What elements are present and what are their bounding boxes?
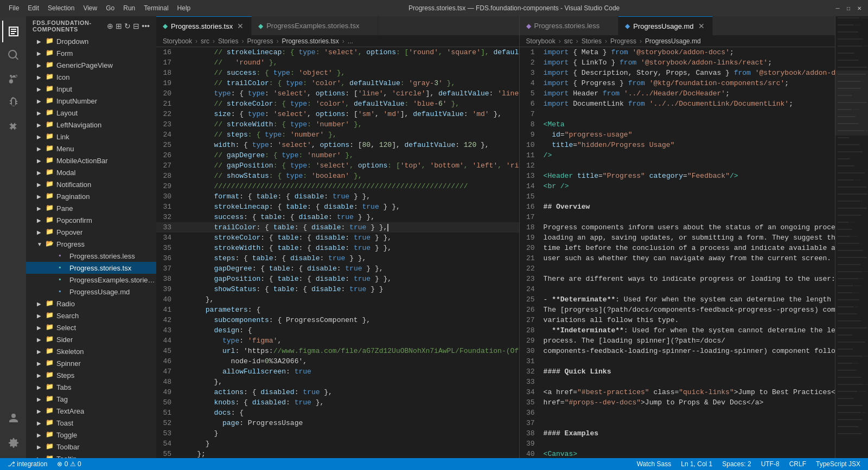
- sidebar-item-pagination[interactable]: ▶ 📁 Pagination: [26, 190, 156, 202]
- activity-debug[interactable]: [2, 92, 24, 114]
- menu-help[interactable]: Help: [174, 4, 194, 12]
- line-number: 14: [520, 181, 544, 191]
- sidebar-item-modal[interactable]: ▶ 📁 Modal: [26, 166, 156, 178]
- encoding-status[interactable]: UTF-8: [759, 460, 782, 468]
- menu-go[interactable]: Go: [103, 4, 118, 12]
- activity-account[interactable]: [2, 408, 24, 430]
- sidebar-item-sider[interactable]: ▶ 📁 Sider: [26, 333, 156, 345]
- watch-sass-status[interactable]: Watch Sass: [635, 460, 674, 468]
- close-button[interactable]: ✕: [856, 5, 863, 11]
- folder-icon: 📁: [46, 371, 54, 379]
- sidebar-item-inputnumber[interactable]: ▶ 📁 InputNumber: [26, 95, 156, 107]
- sidebar-item-progressexamples-stories-tsx[interactable]: ▪ ProgressExamples.stories...: [26, 274, 156, 286]
- line-content: // strokeLinecap: { type: 'select', opti…: [180, 47, 519, 57]
- tab-progress-stories-less[interactable]: ◆ Progress.stories.less ✕: [520, 16, 619, 35]
- folder-icon: 📁: [46, 180, 54, 189]
- sidebar-item-textarea[interactable]: ▶ 📁 TextArea: [26, 405, 156, 417]
- activity-search[interactable]: [2, 44, 24, 66]
- sidebar-item-search[interactable]: ▶ 📁 Search: [26, 310, 156, 321]
- sidebar-item-layout[interactable]: ▶ 📁 Layout: [26, 107, 156, 119]
- menu-edit[interactable]: Edit: [24, 4, 42, 12]
- line-number: 8: [520, 119, 544, 130]
- tab-progress-usage-md[interactable]: ◆ ProgressUsage.md ✕: [618, 16, 712, 35]
- tab-close-button[interactable]: ✕: [236, 22, 245, 30]
- new-file-icon[interactable]: ⊕: [107, 22, 113, 30]
- sidebar-item-popover[interactable]: ▶ 📁 Popover: [26, 226, 156, 238]
- sidebar-item-spinner[interactable]: ▶ 📁 Spinner: [26, 357, 156, 369]
- code-line: 11/>: [520, 150, 835, 160]
- sidebar-item-radio[interactable]: ▶ 📁 Radio: [26, 298, 156, 310]
- sidebar-item-popconfirm[interactable]: ▶ 📁 Popconfirm: [26, 214, 156, 226]
- sidebar-item-steps[interactable]: ▶ 📁 Steps: [26, 369, 156, 381]
- minimize-button[interactable]: ─: [834, 5, 841, 11]
- sidebar-item-progressusage-md[interactable]: ▪ ProgressUsage.md: [26, 286, 156, 298]
- window-controls: ─ □ ✕: [834, 5, 863, 11]
- folder-icon: 📁: [46, 204, 54, 213]
- sidebar-item-form[interactable]: ▶ 📁 Form: [26, 47, 156, 59]
- sidebar-item-progress-stories-tsx[interactable]: ▪ Progress.stories.tsx: [26, 262, 156, 274]
- line-number: 39: [156, 284, 180, 294]
- sidebar-item-toggle[interactable]: ▶ 📁 Toggle: [26, 429, 156, 441]
- line-ending-status[interactable]: CRLF: [787, 460, 808, 468]
- tab-progress-stories[interactable]: ◆ Progress.stories.tsx ✕: [156, 16, 252, 35]
- line-content: parameters: {: [180, 305, 519, 315]
- sidebar-item-pane[interactable]: ▶ 📁 Pane: [26, 202, 156, 214]
- sidebar-item-input[interactable]: ▶ 📁 Input: [26, 83, 156, 95]
- menu-run[interactable]: Run: [120, 4, 138, 12]
- sidebar-item-tag[interactable]: ▶ 📁 Tag: [26, 393, 156, 405]
- activity-explorer[interactable]: [2, 21, 24, 42]
- new-folder-icon[interactable]: ⊞: [116, 22, 122, 30]
- more-icon[interactable]: •••: [142, 22, 150, 30]
- sidebar-item-progress[interactable]: ▼ 📂 Progress: [26, 238, 156, 250]
- sidebar-item-toolbar[interactable]: ▶ 📁 Toolbar: [26, 441, 156, 453]
- activity-source-control[interactable]: [2, 68, 24, 90]
- sidebar-item-skeleton[interactable]: ▶ 📁 Skeleton: [26, 345, 156, 357]
- main-layout: FDS.FOUNDATION-COMPONENTS ⊕ ⊞ ↻ ⊟ ••• ▶ …: [0, 16, 868, 458]
- line-number: 24: [156, 130, 180, 140]
- line-content: // 'round' },: [180, 57, 519, 68]
- sidebar-item-select[interactable]: ▶ 📁 Select: [26, 321, 156, 333]
- sidebar-item-mobileactionbar[interactable]: ▶ 📁 MobileActionBar: [26, 154, 156, 166]
- sidebar-item-link[interactable]: ▶ 📁 Link: [26, 131, 156, 143]
- sidebar-item-dropdown[interactable]: ▶ 📁 Dropdown: [26, 35, 156, 47]
- menu-view[interactable]: View: [80, 4, 100, 12]
- menu-selection[interactable]: Selection: [44, 4, 78, 12]
- sidebar-item-toast[interactable]: ▶ 📁 Toast: [26, 417, 156, 429]
- activity-settings[interactable]: [2, 432, 24, 454]
- sidebar-item-notification[interactable]: ▶ 📁 Notification: [26, 178, 156, 190]
- tab-progress-examples[interactable]: ◆ ProgressExamples.stories.tsx ✕: [252, 16, 378, 35]
- line-content: <Header title="Progress" category="Feedb…: [544, 171, 835, 181]
- right-code-editor[interactable]: 1import { Meta } from '@storybook/addon-…: [520, 47, 835, 458]
- sidebar-item-genericpageview[interactable]: ▶ 📁 GenericPageView: [26, 59, 156, 71]
- git-branch-status[interactable]: ⎇ integration: [5, 460, 49, 468]
- spaces-status[interactable]: Spaces: 2: [720, 460, 753, 468]
- left-code-editor[interactable]: 16 // strokeLinecap: { type: 'select', o…: [156, 47, 519, 458]
- sidebar-label: Tag: [56, 395, 68, 403]
- tab-close-button[interactable]: ✕: [697, 22, 706, 30]
- sidebar-item-leftnavigation[interactable]: ▶ 📁 LeftNavigation: [26, 119, 156, 131]
- menu-terminal[interactable]: Terminal: [141, 4, 171, 12]
- menu-file[interactable]: File: [5, 4, 22, 12]
- sidebar-item-tooltip[interactable]: ▶ 📁 Tooltip: [26, 453, 156, 458]
- sidebar-item-progress-stories-less[interactable]: ▪ Progress.stories.less: [26, 250, 156, 262]
- refresh-icon[interactable]: ↻: [124, 22, 131, 30]
- code-line: 31 strokeLinecap: { table: { disable: tr…: [156, 202, 519, 212]
- activity-extensions[interactable]: [2, 116, 24, 138]
- code-line: 20time left before the conclusion of a p…: [520, 243, 835, 253]
- code-line: 34 strokeColor: { table: { disable: true…: [156, 233, 519, 243]
- collapse-icon[interactable]: ⊟: [133, 22, 139, 30]
- sidebar-label: Layout: [56, 109, 78, 117]
- tab-label: Progress.stories.less: [534, 22, 600, 30]
- language-mode-status[interactable]: TypeScript JSX: [814, 460, 863, 468]
- line-number: 10: [520, 140, 544, 150]
- sidebar-item-menu[interactable]: ▶ 📁 Menu: [26, 143, 156, 154]
- sidebar-item-icon[interactable]: ▶ 📁 Icon: [26, 71, 156, 83]
- arrow-icon: ▶: [37, 205, 46, 211]
- sidebar-item-tabs[interactable]: ▶ 📁 Tabs: [26, 381, 156, 393]
- errors-status[interactable]: ⊗ 0 ⚠ 0: [55, 460, 83, 468]
- cursor-position-status[interactable]: Ln 1, Col 1: [679, 460, 714, 468]
- line-content: allowFullscreen: true: [180, 366, 519, 377]
- line-number: 23: [520, 274, 544, 284]
- line-number: 17: [156, 57, 180, 68]
- maximize-button[interactable]: □: [845, 5, 852, 11]
